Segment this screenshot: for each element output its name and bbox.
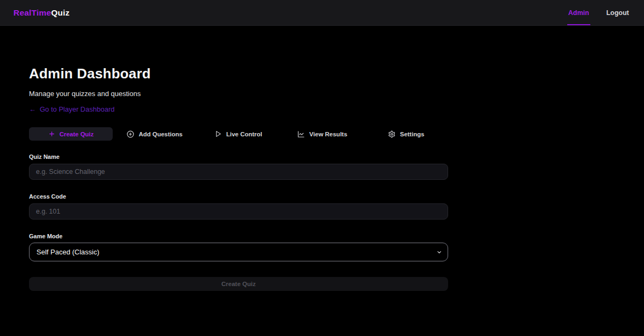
tab-settings[interactable]: Settings: [364, 127, 448, 141]
access-code-input[interactable]: [29, 203, 448, 220]
tab-live-control[interactable]: Live Control: [196, 127, 280, 141]
page-subtitle: Manage your quizzes and questions: [29, 90, 477, 98]
nav-links: Admin Logout: [567, 0, 630, 25]
admin-tabs: Create Quiz Add Questions Live Control V…: [29, 127, 448, 141]
quiz-name-label: Quiz Name: [29, 154, 477, 160]
tab-view-results[interactable]: View Results: [281, 127, 364, 141]
navbar: RealTimeQuiz Admin Logout: [0, 0, 644, 26]
quiz-name-input[interactable]: [29, 164, 448, 180]
main-content: Admin Dashboard Manage your quizzes and …: [0, 65, 477, 291]
plus-icon: [48, 130, 55, 137]
nav-link-logout[interactable]: Logout: [605, 0, 630, 25]
create-quiz-submit-button[interactable]: Create Quiz: [29, 277, 448, 291]
tab-label: Create Quiz: [60, 131, 94, 137]
game-mode-select[interactable]: Self Paced (Classic): [29, 243, 448, 261]
gear-icon: [388, 130, 396, 138]
brand-logo-first: RealTime: [13, 8, 51, 18]
nav-link-admin[interactable]: Admin: [567, 0, 590, 25]
play-icon: [215, 130, 222, 137]
page-title: Admin Dashboard: [29, 65, 477, 82]
plus-circle-icon: [127, 130, 134, 138]
tab-add-questions[interactable]: Add Questions: [113, 127, 196, 141]
left-arrow-icon: ←: [29, 105, 36, 113]
access-code-label: Access Code: [29, 193, 477, 200]
line-chart-icon: [297, 130, 305, 138]
game-mode-select-wrap: Self Paced (Classic): [29, 243, 448, 261]
create-quiz-form: Quiz Name Access Code Game Mode Self Pac…: [29, 154, 477, 291]
tab-label: Live Control: [226, 131, 262, 137]
tab-label: Settings: [400, 131, 424, 137]
brand-logo-second: Quiz: [51, 8, 69, 18]
tab-label: Add Questions: [138, 131, 182, 137]
brand-logo[interactable]: RealTimeQuiz: [13, 0, 70, 25]
game-mode-label: Game Mode: [29, 233, 477, 239]
player-dashboard-link-label: Go to Player Dashboard: [40, 105, 114, 113]
tab-label: View Results: [309, 131, 347, 137]
player-dashboard-link[interactable]: ← Go to Player Dashboard: [29, 105, 114, 113]
tab-create-quiz[interactable]: Create Quiz: [29, 127, 113, 141]
